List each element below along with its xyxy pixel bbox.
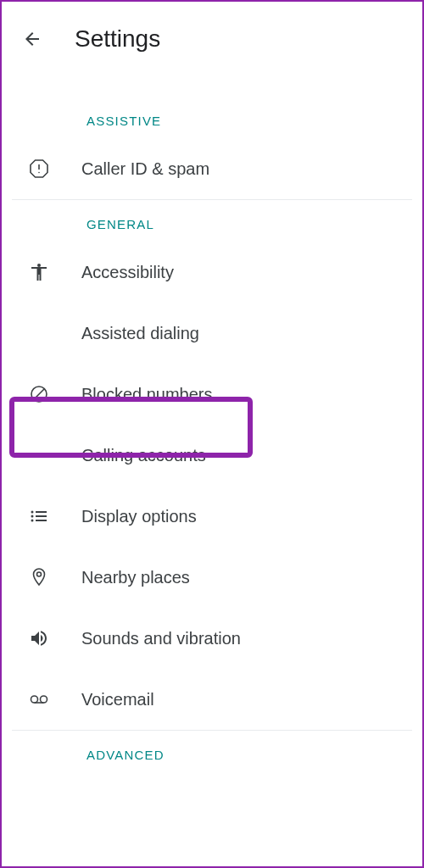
section-header-assistive: ASSISTIVE <box>2 97 422 138</box>
svg-rect-9 <box>36 515 47 517</box>
page-title: Settings <box>75 25 160 53</box>
item-voicemail[interactable]: Voicemail <box>2 669 422 730</box>
warning-octagon-icon <box>29 159 49 179</box>
item-display-options[interactable]: Display options <box>2 486 422 547</box>
list-icon <box>29 506 49 526</box>
item-label: Assisted dialing <box>81 324 199 343</box>
svg-point-12 <box>37 572 42 576</box>
icon-spacer <box>29 323 49 343</box>
item-assisted-dialing[interactable]: Assisted dialing <box>2 303 422 364</box>
item-label: Blocked numbers <box>81 385 213 404</box>
item-accessibility[interactable]: Accessibility <box>2 242 422 303</box>
item-label: Accessibility <box>81 263 174 282</box>
item-label: Display options <box>81 507 197 526</box>
location-icon <box>29 567 49 587</box>
item-sounds-vibration[interactable]: Sounds and vibration <box>2 608 422 669</box>
accessibility-icon <box>29 262 49 282</box>
voicemail-icon <box>29 689 49 709</box>
header: Settings <box>2 2 422 66</box>
svg-point-2 <box>38 172 40 174</box>
svg-point-3 <box>37 264 41 267</box>
item-label: Caller ID & spam <box>81 159 209 179</box>
block-icon <box>29 384 49 404</box>
svg-point-8 <box>31 515 34 518</box>
item-label: Voicemail <box>81 690 154 709</box>
svg-rect-11 <box>36 520 47 521</box>
item-label: Nearby places <box>81 568 190 587</box>
back-icon[interactable] <box>22 29 42 49</box>
svg-point-14 <box>41 696 47 703</box>
icon-spacer <box>29 445 49 465</box>
svg-point-10 <box>31 520 34 522</box>
section-header-advanced: ADVANCED <box>2 731 422 772</box>
svg-line-5 <box>34 389 44 399</box>
item-nearby-places[interactable]: Nearby places <box>2 547 422 608</box>
svg-rect-7 <box>36 511 47 513</box>
item-label: Sounds and vibration <box>81 629 241 648</box>
item-blocked-numbers[interactable]: Blocked numbers <box>2 364 422 425</box>
item-caller-id-spam[interactable]: Caller ID & spam <box>2 138 422 199</box>
svg-point-6 <box>31 511 34 514</box>
section-header-general: GENERAL <box>2 200 422 242</box>
item-label: Calling accounts <box>81 446 206 465</box>
item-calling-accounts[interactable]: Calling accounts <box>2 425 422 486</box>
volume-icon <box>29 628 49 648</box>
svg-point-13 <box>31 696 38 703</box>
